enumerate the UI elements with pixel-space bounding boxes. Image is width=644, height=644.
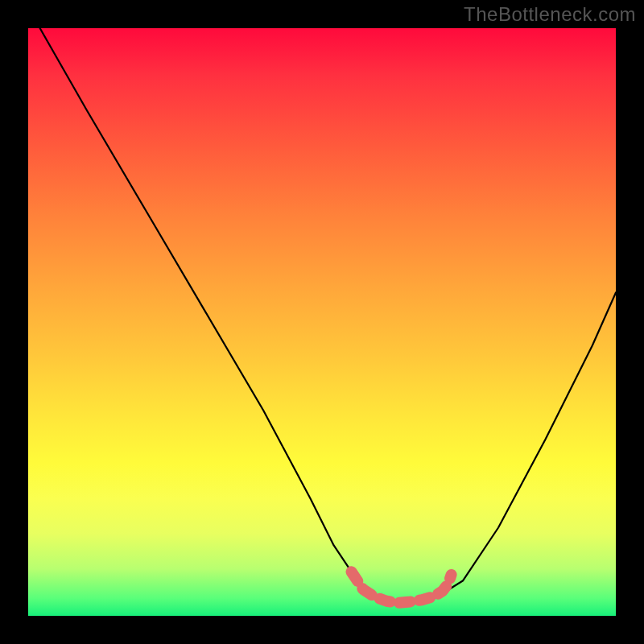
watermark-text: TheBottleneck.com: [464, 3, 636, 26]
bottleneck-curve: [40, 28, 616, 603]
plot-area: [28, 28, 616, 616]
plot-svg: [28, 28, 616, 616]
chart-container: TheBottleneck.com: [0, 0, 644, 644]
optimal-range-highlight: [352, 572, 452, 603]
